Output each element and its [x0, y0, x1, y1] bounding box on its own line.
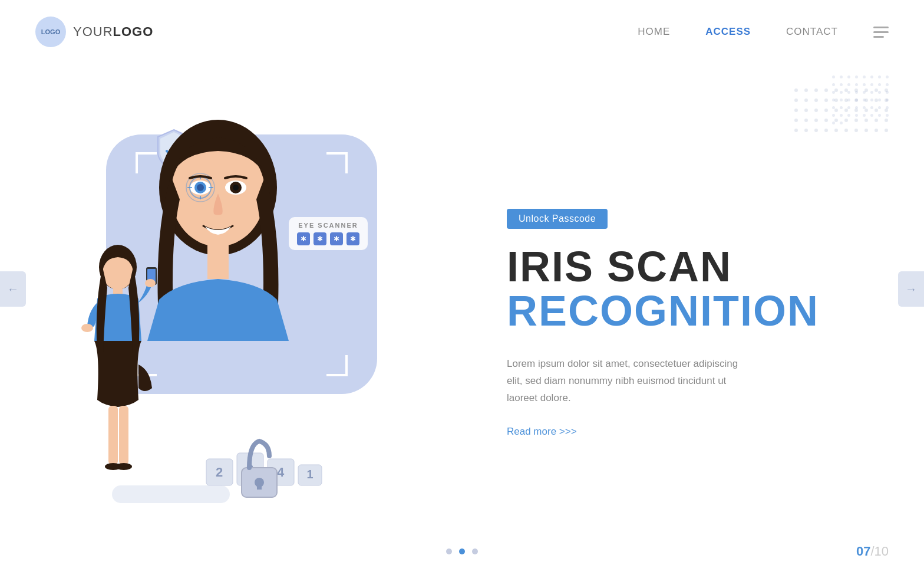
deco-dot [855, 75, 858, 78]
deco-dot [840, 83, 843, 86]
deco-dot [804, 119, 808, 122]
corner-br [326, 355, 348, 376]
prev-arrow[interactable]: ← [0, 271, 26, 307]
next-arrow[interactable]: → [898, 271, 924, 307]
deco-dot [886, 83, 889, 86]
deco-dot [794, 88, 798, 92]
deco-dot [885, 98, 888, 102]
hero-title-line2: RECOGNITION [507, 288, 889, 334]
deco-dot [874, 98, 878, 102]
deco-dot-grid [794, 88, 892, 136]
deco-dot [855, 83, 858, 86]
main-content: ← EYE SCANNER [0, 64, 924, 571]
deco-dot [878, 75, 881, 78]
deco-dot [832, 83, 835, 86]
svg-point-24 [233, 185, 239, 191]
deco-dot [840, 75, 843, 78]
deco-dot [834, 129, 838, 132]
svg-point-10 [116, 463, 132, 470]
deco-dot [854, 119, 858, 122]
nav-contact[interactable]: CONTACT [786, 26, 838, 38]
eye-scanner-dots [297, 232, 359, 245]
deco-dot [832, 75, 835, 78]
hero-title-line1: IRIS SCAN [507, 245, 889, 288]
deco-dot [874, 88, 878, 92]
svg-rect-8 [119, 406, 128, 465]
svg-text:1: 1 [306, 468, 313, 481]
eye-scanner-box: EYE SCANNER [289, 217, 368, 250]
deco-dot [814, 109, 818, 112]
logo-circle: LOGO [35, 17, 66, 47]
deco-dot [824, 109, 828, 112]
main-nav: HOME ACCESS CONTACT [638, 26, 889, 38]
nav-home[interactable]: HOME [638, 26, 670, 38]
deco-dot [864, 109, 868, 112]
deco-dot [814, 119, 818, 122]
deco-dot [864, 88, 868, 92]
right-content: for(let r=0;r<5;r++){for(let c=0;c<10;c+… [460, 197, 889, 438]
eye-dot-4 [346, 232, 359, 245]
deco-dot [804, 109, 808, 112]
deco-dot [864, 129, 868, 132]
svg-rect-7 [108, 406, 118, 465]
deco-dot [878, 83, 881, 86]
svg-rect-36 [257, 481, 262, 490]
svg-text:2: 2 [216, 465, 223, 480]
deco-dot [886, 75, 889, 78]
deco-dot [854, 129, 858, 132]
deco-dot [844, 129, 848, 132]
deco-dot [885, 119, 888, 122]
deco-dot [794, 109, 798, 112]
eye-dot-3 [330, 232, 343, 245]
dot-1[interactable] [446, 549, 452, 554]
deco-dot [844, 109, 848, 112]
deco-dot [874, 109, 878, 112]
deco-dot [863, 75, 866, 78]
deco-dot [874, 129, 878, 132]
read-more-link[interactable]: Read more >>> [507, 426, 577, 437]
deco-dot [794, 98, 798, 102]
dots-indicator [446, 549, 478, 554]
deco-dot [870, 83, 873, 86]
deco-dot [834, 119, 838, 122]
deco-dot [885, 129, 888, 132]
deco-dot [854, 88, 858, 92]
deco-dot [885, 88, 888, 92]
hero-description: Lorem ipsum dolor sit amet, consectetuer… [507, 356, 754, 407]
corner-tr [326, 152, 348, 173]
deco-dot [844, 98, 848, 102]
deco-dot [804, 98, 808, 102]
eye-dot-2 [314, 232, 326, 245]
deco-dot [834, 88, 838, 92]
deco-dot [844, 119, 848, 122]
logo-text: YOURLOGO [73, 24, 153, 40]
logo-area: LOGO YOURLOGO [35, 17, 153, 47]
dot-2[interactable] [459, 549, 465, 554]
svg-text:4: 4 [277, 465, 285, 480]
deco-dot [854, 98, 858, 102]
deco-dot [814, 98, 818, 102]
page-counter: 07/10 [856, 544, 889, 559]
hamburger-menu[interactable] [873, 27, 889, 38]
deco-dot [834, 98, 838, 102]
deco-dot [854, 109, 858, 112]
deco-dot [814, 88, 818, 92]
deco-dot [874, 119, 878, 122]
deco-dot [864, 119, 868, 122]
deco-dot [804, 88, 808, 92]
svg-point-1 [103, 257, 133, 290]
illustration-area: EYE SCANNER [35, 99, 460, 536]
deco-dot [870, 75, 873, 78]
deco-dot [824, 129, 828, 132]
deco-dot [844, 88, 848, 92]
face-in-scanner [136, 117, 301, 341]
deco-dot [824, 119, 828, 122]
nav-access[interactable]: ACCESS [705, 26, 751, 38]
deco-dot [834, 109, 838, 112]
deco-dot [794, 119, 798, 122]
dot-3[interactable] [472, 549, 478, 554]
deco-dot [863, 83, 866, 86]
svg-point-3 [81, 324, 93, 332]
deco-dot [794, 129, 798, 132]
deco-dot [824, 98, 828, 102]
